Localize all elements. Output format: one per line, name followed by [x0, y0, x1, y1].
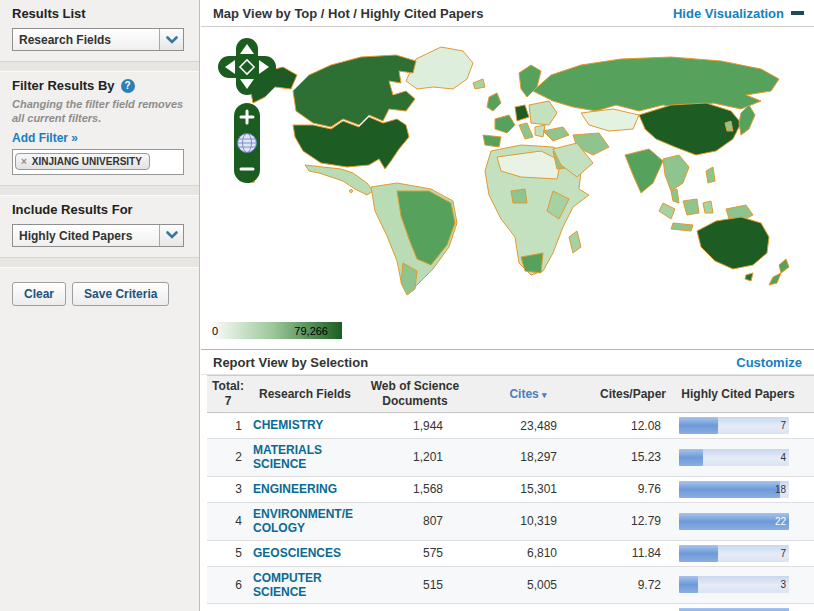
total-value: 7: [207, 394, 249, 409]
highly-cited-bar: 7: [679, 545, 789, 562]
country-germany[interactable]: [515, 105, 529, 121]
column-header-cites-per-paper: Cites/Paper: [587, 387, 679, 402]
map-zoom-control[interactable]: [234, 103, 260, 183]
region-europe[interactable]: [483, 65, 557, 147]
table-row: 1CHEMISTRY1,94423,48912.087: [207, 413, 814, 438]
column-header-wos-documents: Web of Science Documents: [361, 379, 469, 409]
include-results-dropdown[interactable]: Highly Cited Papers: [12, 224, 184, 247]
table-row: 2MATERIALS SCIENCE1,20118,29715.234: [207, 438, 814, 476]
total-label: Total:: [207, 379, 249, 394]
island-sulawesi[interactable]: [703, 201, 713, 213]
country-new-zealand-south[interactable]: [769, 273, 781, 285]
research-field-link[interactable]: ENGINEERING: [249, 482, 361, 496]
country-korea[interactable]: [725, 121, 733, 131]
country-china[interactable]: [639, 103, 741, 155]
map-navigation-controls[interactable]: [217, 37, 279, 187]
country-south-africa[interactable]: [521, 253, 543, 273]
country-mexico[interactable]: [305, 165, 373, 195]
column-header-cites[interactable]: Cites ▾: [469, 387, 587, 402]
country-canada[interactable]: [293, 55, 416, 127]
highly-cited-count: 7: [780, 417, 786, 434]
country-turkey[interactable]: [543, 127, 569, 141]
research-field-link[interactable]: CHEMISTRY: [249, 418, 361, 432]
include-results-heading: Include Results For: [12, 202, 187, 217]
country-italy[interactable]: [519, 123, 533, 139]
cites-sort-label: Cites: [509, 387, 538, 401]
choropleth-map[interactable]: [201, 31, 810, 303]
results-list-dropdown-value: Research Fields: [13, 29, 159, 50]
cites-per-paper-value: 12.08: [587, 419, 679, 433]
country-new-zealand-north[interactable]: [779, 259, 789, 273]
country-philippines[interactable]: [706, 167, 715, 183]
report-view-title: Report View by Selection: [213, 355, 368, 370]
cites-value: 5,005: [469, 578, 587, 592]
save-criteria-button[interactable]: Save Criteria: [72, 282, 169, 306]
country-kazakhstan[interactable]: [581, 109, 639, 131]
research-field-link[interactable]: GEOSCIENCES: [249, 546, 361, 560]
country-usa[interactable]: [293, 117, 409, 169]
world-map[interactable]: 0 79,266: [201, 27, 814, 349]
highly-cited-bar: 7: [679, 417, 789, 434]
country-russia[interactable]: [533, 57, 779, 111]
clear-button[interactable]: Clear: [12, 282, 66, 306]
legend-min-value: 0: [212, 325, 218, 337]
table-row: 5GEOSCIENCES5756,81011.847: [207, 540, 814, 566]
highly-cited-count: 22: [775, 513, 786, 530]
region-oceania[interactable]: [697, 205, 789, 285]
highly-cited-bar: 22: [679, 513, 789, 530]
country-iceland[interactable]: [473, 79, 485, 89]
results-list-dropdown[interactable]: Research Fields: [12, 28, 184, 51]
wos-documents-value: 807: [361, 514, 469, 528]
map-pan-control[interactable]: [218, 38, 276, 95]
highly-cited-bar: 3: [679, 576, 789, 593]
globe-icon[interactable]: [238, 134, 257, 153]
wos-documents-value: 1,201: [361, 450, 469, 464]
island-tasmania[interactable]: [745, 273, 753, 281]
filter-tag-label: XINJIANG UNIVERSITY: [32, 156, 142, 167]
country-malay-peninsula[interactable]: [671, 189, 679, 203]
cites-per-paper-value: 9.72: [587, 578, 679, 592]
legend-max-value: 79,266: [294, 325, 328, 337]
chevron-down-icon: [159, 29, 183, 50]
filter-tag[interactable]: × XINJIANG UNIVERSITY: [15, 153, 150, 170]
country-australia[interactable]: [697, 217, 769, 269]
results-table: Total: 7 Research Fields Web of Science …: [201, 375, 814, 611]
research-field-link[interactable]: COMPUTER SCIENCE: [249, 571, 361, 600]
remove-filter-icon[interactable]: ×: [21, 156, 27, 167]
country-southeast-asia[interactable]: [663, 155, 689, 191]
add-filter-link[interactable]: Add Filter »: [12, 131, 78, 145]
highly-cited-bar: 4: [679, 449, 789, 466]
island-sumatra[interactable]: [659, 203, 675, 219]
country-uk[interactable]: [487, 93, 501, 111]
minimize-icon: [791, 11, 804, 15]
country-japan[interactable]: [739, 105, 755, 135]
region-south-america[interactable]: [371, 183, 457, 295]
table-row: 4ENVIRONMENT/ECOLOGY80710,31912.7922: [207, 502, 814, 540]
country-india[interactable]: [625, 149, 663, 193]
hide-visualization-label: Hide Visualization: [673, 6, 784, 21]
cites-per-paper-value: 15.23: [587, 450, 679, 464]
country-greenland[interactable]: [406, 47, 473, 89]
country-eastern-europe[interactable]: [529, 101, 557, 125]
customize-link[interactable]: Customize: [736, 355, 802, 370]
country-spain[interactable]: [483, 135, 501, 147]
row-rank: 1: [207, 419, 249, 433]
cites-value: 18,297: [469, 450, 587, 464]
filter-input[interactable]: × XINJIANG UNIVERSITY: [12, 149, 184, 175]
cites-per-paper-value: 9.76: [587, 482, 679, 496]
country-france[interactable]: [495, 115, 515, 133]
country-madagascar[interactable]: [569, 231, 581, 253]
island-java[interactable]: [671, 223, 693, 231]
hide-visualization-link[interactable]: Hide Visualization: [673, 6, 804, 21]
research-field-link[interactable]: ENVIRONMENT/ECOLOGY: [249, 507, 361, 536]
section-divider: [0, 61, 199, 72]
highly-cited-bar: 18: [679, 481, 789, 498]
help-icon[interactable]: ?: [121, 79, 135, 93]
island-borneo[interactable]: [683, 199, 699, 215]
highly-cited-count: 4: [780, 449, 786, 466]
table-header-row: Total: 7 Research Fields Web of Science …: [207, 375, 814, 413]
country-nigeria[interactable]: [511, 189, 527, 203]
research-field-link[interactable]: MATERIALS SCIENCE: [249, 443, 361, 472]
region-north-america[interactable]: [251, 47, 485, 195]
section-divider: [0, 185, 199, 196]
